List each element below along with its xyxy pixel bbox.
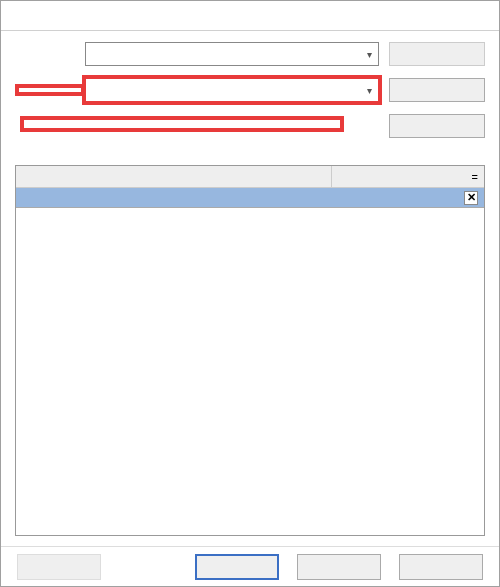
ok-button[interactable] <box>195 554 279 580</box>
preview-button <box>17 554 101 580</box>
family-combo[interactable]: ▾ <box>85 42 379 66</box>
chevron-down-icon: ▾ <box>367 85 372 96</box>
rename-button[interactable] <box>389 114 485 138</box>
type-label <box>15 84 85 96</box>
cancel-button[interactable] <box>297 554 381 580</box>
parameter-grid: = ✕ <box>15 165 485 536</box>
equals-icon: = <box>472 171 478 183</box>
collapse-icon[interactable]: ✕ <box>464 191 478 205</box>
type-dropdown-list[interactable] <box>23 119 341 129</box>
category-row-graphics[interactable]: ✕ <box>16 188 484 208</box>
load-button <box>389 42 485 66</box>
duplicate-button[interactable] <box>389 78 485 102</box>
type-combo[interactable]: ▾ <box>85 78 379 102</box>
chevron-down-icon: ▾ <box>367 49 372 60</box>
value-column-header: = <box>332 166 484 187</box>
apply-button[interactable] <box>399 554 483 580</box>
window-titlebar <box>1 1 499 31</box>
dropdown-highlight <box>20 116 344 132</box>
